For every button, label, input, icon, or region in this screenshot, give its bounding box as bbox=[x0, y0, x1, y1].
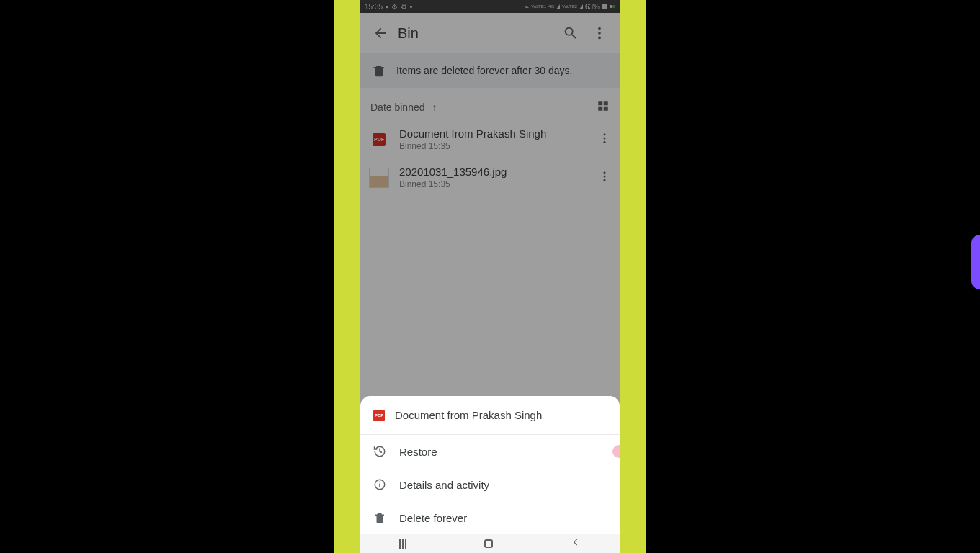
svg-rect-3 bbox=[598, 101, 602, 105]
svg-point-7 bbox=[604, 133, 606, 135]
sheet-item-delete-forever[interactable]: Delete forever bbox=[360, 501, 620, 534]
signal-1-icon bbox=[556, 4, 560, 9]
battery-percent: 63% bbox=[585, 3, 600, 11]
sort-arrow-up-icon: ↑ bbox=[432, 102, 437, 113]
file-thumbnail bbox=[369, 168, 389, 188]
sort-row: Date binned ↑ bbox=[360, 88, 620, 120]
network-2-label: VoLTE2 bbox=[562, 4, 577, 9]
more-vert-icon bbox=[598, 170, 611, 183]
pdf-icon: PDF bbox=[373, 133, 386, 146]
file-more-button[interactable] bbox=[598, 170, 611, 186]
status-icon-2: ⚙ bbox=[401, 3, 407, 11]
banner-text: Items are deleted forever after 30 days. bbox=[396, 65, 572, 76]
svg-point-2 bbox=[598, 37, 601, 40]
page-title: Bin bbox=[398, 25, 556, 42]
status-bar: 15:35 ▪ ⚙ ⚙ ⌁ VoLTE1 4G VoLTE2 63% bbox=[360, 0, 620, 13]
file-thumbnail: PDF bbox=[369, 130, 389, 150]
network-gen: 4G bbox=[548, 4, 554, 9]
nav-home-button[interactable] bbox=[484, 539, 493, 548]
sheet-title: Document from Prakash Singh bbox=[395, 409, 542, 421]
view-toggle-button[interactable] bbox=[597, 99, 610, 114]
search-button[interactable] bbox=[556, 19, 585, 48]
app-bar: Bin bbox=[360, 13, 620, 53]
trash-icon bbox=[372, 63, 386, 78]
search-icon bbox=[563, 25, 579, 41]
restore-icon bbox=[373, 445, 386, 458]
file-row[interactable]: PDF Document from Prakash Singh Binned 1… bbox=[360, 120, 620, 158]
file-more-button[interactable] bbox=[598, 132, 611, 148]
info-banner: Items are deleted forever after 30 days. bbox=[360, 53, 620, 88]
svg-rect-14 bbox=[379, 484, 380, 487]
svg-point-8 bbox=[604, 137, 606, 139]
file-name: Document from Prakash Singh bbox=[399, 127, 588, 140]
svg-point-9 bbox=[604, 140, 606, 143]
file-row[interactable]: 20201031_135946.jpg Binned 15:35 bbox=[360, 158, 620, 197]
more-vert-icon bbox=[592, 25, 607, 41]
device-frame: 15:35 ▪ ⚙ ⚙ ⌁ VoLTE1 4G VoLTE2 63% bbox=[334, 0, 646, 553]
svg-point-10 bbox=[604, 171, 606, 174]
side-handle[interactable] bbox=[971, 235, 980, 289]
sheet-header: PDF Document from Prakash Singh bbox=[360, 396, 620, 435]
status-icon: ⚙ bbox=[391, 3, 398, 11]
svg-rect-4 bbox=[604, 101, 608, 105]
sheet-item-restore[interactable]: Restore bbox=[360, 435, 620, 468]
status-time: 15:35 bbox=[365, 3, 383, 11]
recording-indicator-icon bbox=[612, 5, 615, 8]
svg-point-1 bbox=[598, 32, 601, 35]
nav-recents-button[interactable] bbox=[399, 539, 406, 549]
chevron-left-icon bbox=[571, 537, 581, 547]
svg-rect-5 bbox=[598, 107, 602, 111]
phone-screen: 15:35 ▪ ⚙ ⚙ ⌁ VoLTE1 4G VoLTE2 63% bbox=[360, 0, 620, 553]
android-nav-bar bbox=[360, 534, 620, 553]
arrow-back-icon bbox=[373, 25, 388, 41]
svg-rect-6 bbox=[604, 107, 608, 111]
grid-view-icon bbox=[597, 99, 610, 112]
pink-indicator bbox=[612, 445, 620, 458]
file-meta: Binned 15:35 bbox=[399, 141, 588, 151]
back-button[interactable] bbox=[366, 19, 395, 48]
svg-point-12 bbox=[604, 179, 606, 181]
sheet-item-label: Restore bbox=[399, 446, 437, 458]
file-meta: Binned 15:35 bbox=[399, 179, 588, 189]
info-icon bbox=[373, 478, 386, 491]
image-thumbnail-icon bbox=[369, 168, 389, 188]
sort-button[interactable]: Date binned ↑ bbox=[370, 102, 437, 113]
svg-rect-15 bbox=[379, 482, 380, 483]
signal-2-icon bbox=[579, 4, 583, 9]
camera-icon: ▪ bbox=[386, 3, 388, 11]
bottom-sheet: PDF Document from Prakash Singh Restore … bbox=[360, 396, 620, 534]
more-vert-icon bbox=[598, 132, 611, 145]
sort-label: Date binned bbox=[370, 102, 425, 113]
pdf-icon: PDF bbox=[373, 410, 385, 421]
sheet-item-details[interactable]: Details and activity bbox=[360, 468, 620, 501]
svg-point-11 bbox=[604, 175, 606, 177]
network-1-label: VoLTE1 bbox=[531, 4, 546, 9]
delete-forever-icon bbox=[373, 511, 386, 524]
status-dot-icon bbox=[410, 6, 412, 8]
svg-point-0 bbox=[598, 27, 601, 30]
nav-back-button[interactable] bbox=[571, 537, 581, 550]
sheet-item-label: Details and activity bbox=[399, 479, 489, 491]
battery-icon bbox=[602, 4, 610, 9]
more-button[interactable] bbox=[585, 19, 614, 48]
sheet-item-label: Delete forever bbox=[399, 512, 467, 524]
vpn-icon: ⌁ bbox=[525, 3, 529, 11]
file-name: 20201031_135946.jpg bbox=[399, 166, 588, 178]
